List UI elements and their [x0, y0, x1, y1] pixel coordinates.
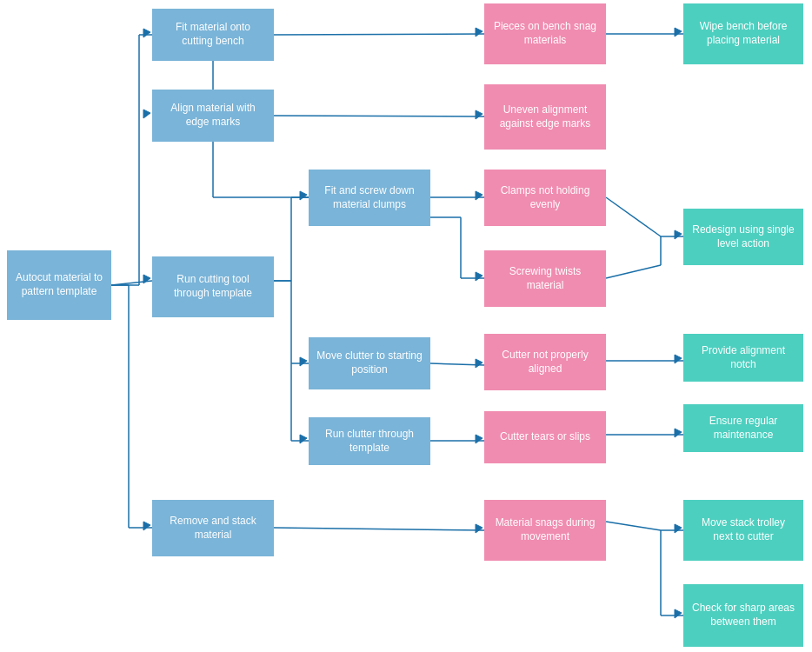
svg-marker-52 — [476, 435, 483, 443]
svg-marker-40 — [143, 29, 150, 37]
svg-marker-42 — [675, 28, 682, 37]
svg-marker-49 — [476, 359, 483, 368]
node-pieces-bench: Pieces on bench snag materials — [484, 3, 606, 64]
node-cutter-tears: Cutter tears or slips — [484, 411, 606, 463]
node-material-snags: Material snags during movement — [484, 500, 606, 561]
svg-marker-48 — [300, 357, 307, 366]
svg-line-24 — [606, 265, 661, 278]
svg-marker-59 — [476, 272, 483, 281]
svg-line-35 — [274, 528, 484, 530]
svg-marker-51 — [300, 435, 307, 443]
node-run-cutting: Run cutting tool through template — [152, 256, 274, 317]
svg-line-7 — [274, 34, 484, 35]
svg-marker-50 — [675, 355, 682, 363]
node-fit-material: Fit material onto cutting bench — [152, 9, 274, 61]
node-redesign: Redesign using single level action — [683, 209, 803, 265]
root-node: Autocut material to pattern template — [7, 250, 111, 320]
svg-marker-44 — [476, 110, 483, 119]
svg-marker-58 — [675, 609, 682, 618]
svg-line-15 — [606, 197, 661, 236]
node-move-clutter: Move clutter to starting position — [309, 337, 430, 389]
svg-marker-53 — [675, 429, 682, 437]
node-alignment-notch: Provide alignment notch — [683, 334, 803, 382]
svg-line-36 — [606, 522, 661, 530]
svg-marker-46 — [476, 191, 483, 200]
node-move-stack-trolley: Move stack trolley next to cutter — [683, 500, 803, 561]
svg-marker-54 — [143, 275, 150, 283]
node-remove-stack: Remove and stack material — [152, 500, 274, 556]
svg-marker-43 — [143, 110, 150, 118]
diagram: Autocut material to pattern template Fit… — [0, 0, 812, 652]
node-align-material: Align material with edge marks — [152, 90, 274, 142]
node-screwing-twists: Screwing twists material — [484, 250, 606, 307]
node-fit-screw: Fit and screw down material clumps — [309, 170, 430, 226]
node-cutter-not-aligned: Cutter not properly aligned — [484, 334, 606, 390]
node-wipe-bench: Wipe bench before placing material — [683, 3, 803, 64]
svg-marker-45 — [300, 191, 307, 200]
node-run-clutter: Run clutter through template — [309, 417, 430, 465]
svg-marker-56 — [476, 524, 483, 533]
node-uneven-alignment: Uneven alignment against edge marks — [484, 84, 606, 150]
node-clamps-not-holding: Clamps not holding evenly — [484, 170, 606, 226]
svg-line-11 — [274, 116, 484, 116]
svg-marker-41 — [476, 28, 483, 37]
svg-marker-55 — [143, 522, 150, 530]
svg-marker-57 — [675, 524, 682, 533]
node-regular-maintenance: Ensure regular maintenance — [683, 404, 803, 452]
node-check-sharp: Check for sharp areas between them — [683, 584, 803, 647]
svg-marker-47 — [675, 230, 682, 239]
